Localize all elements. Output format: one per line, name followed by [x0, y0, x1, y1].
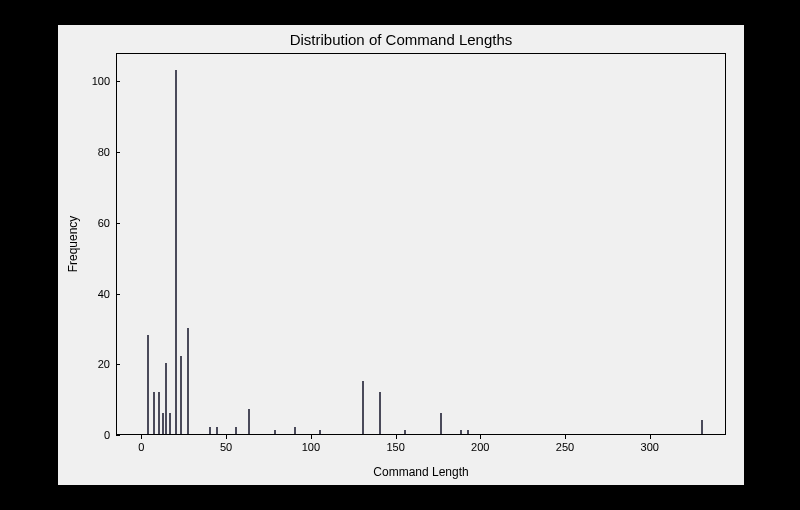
x-tick-mark: [565, 435, 566, 439]
histogram-bar: [379, 392, 381, 434]
x-tick-mark: [650, 435, 651, 439]
histogram-bar: [175, 70, 177, 434]
y-tick-mark: [116, 81, 120, 82]
plot-area: [116, 53, 726, 435]
y-tick-label: 40: [80, 288, 110, 300]
x-tick-label: 250: [556, 441, 574, 453]
x-axis-label: Command Length: [116, 465, 726, 479]
x-tick-mark: [480, 435, 481, 439]
y-tick-mark: [116, 223, 120, 224]
histogram-bar: [153, 392, 155, 434]
x-tick-label: 100: [302, 441, 320, 453]
y-axis-label: Frequency: [66, 53, 80, 435]
y-tick-label: 100: [80, 75, 110, 87]
histogram-bar: [187, 328, 189, 434]
x-tick-label: 0: [138, 441, 144, 453]
histogram-bar: [701, 420, 703, 434]
x-tick-label: 300: [641, 441, 659, 453]
y-tick-mark: [116, 294, 120, 295]
histogram-bar: [216, 427, 218, 434]
y-tick-label: 80: [80, 146, 110, 158]
y-tick-mark: [116, 152, 120, 153]
histogram-bar: [235, 427, 237, 434]
histogram-bar: [147, 335, 149, 434]
histogram-bar: [165, 363, 167, 434]
y-tick-label: 60: [80, 217, 110, 229]
histogram-bar: [362, 381, 364, 434]
chart-title: Distribution of Command Lengths: [58, 31, 744, 48]
histogram-bar: [158, 392, 160, 434]
y-tick-mark: [116, 435, 120, 436]
histogram-bar: [180, 356, 182, 434]
histogram-bar: [248, 409, 250, 434]
x-tick-mark: [226, 435, 227, 439]
y-tick-mark: [116, 364, 120, 365]
histogram-bar: [294, 427, 296, 434]
histogram-bar: [467, 430, 469, 434]
histogram-bar: [404, 430, 406, 434]
y-tick-label: 0: [80, 429, 110, 441]
histogram-bar: [460, 430, 462, 434]
x-tick-label: 200: [471, 441, 489, 453]
histogram-bar: [209, 427, 211, 434]
histogram-bar: [440, 413, 442, 434]
histogram-bar: [274, 430, 276, 434]
histogram-bar: [162, 413, 164, 434]
x-tick-label: 50: [220, 441, 232, 453]
histogram-bar: [169, 413, 171, 434]
x-tick-mark: [141, 435, 142, 439]
y-tick-label: 20: [80, 358, 110, 370]
chart-figure: Distribution of Command Lengths Command …: [58, 25, 744, 485]
x-tick-mark: [396, 435, 397, 439]
histogram-bar: [319, 430, 321, 434]
x-tick-mark: [311, 435, 312, 439]
x-tick-label: 150: [386, 441, 404, 453]
